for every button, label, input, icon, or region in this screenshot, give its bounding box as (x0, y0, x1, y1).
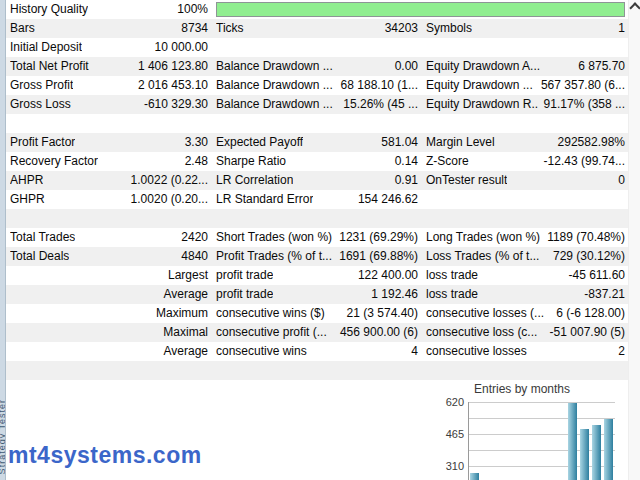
table-cell: Recovery Factor2.48 (6, 152, 212, 171)
table-cell: Total Trades2420 (6, 228, 212, 247)
separator-row (6, 361, 629, 380)
cell-value: 68 188.10 (1... (335, 76, 418, 95)
table-cell: Ticks34203 (212, 19, 422, 38)
cell-label: Short Trades (won %) (216, 228, 332, 247)
table-cell: Sharpe Ratio0.14 (212, 152, 422, 171)
table-row: Averageprofit trade1 192.46loss trade-83… (6, 285, 629, 304)
cell-value: 10 000.00 (149, 38, 208, 57)
table-cell: Equity Drawdown ...567 357.80 (6... (422, 76, 629, 95)
cell-value (619, 190, 625, 209)
cell-label: Total Trades (10, 228, 75, 247)
cell-value: 581.04 (375, 133, 418, 152)
cell-value: 122 400.00 (352, 266, 418, 285)
cell-value: -12.43 (99.74... (538, 152, 625, 171)
cell-value: 292582.98% (552, 133, 625, 152)
cell-value: 6 875.70 (572, 57, 625, 76)
cell-value (619, 38, 625, 57)
cell-value: 3.30 (179, 133, 208, 152)
cell-value: 1691 (69.88%) (333, 247, 418, 266)
cell-label: Total Deals (10, 247, 69, 266)
table-cell: OnTester result0 (422, 171, 629, 190)
cell-label: Initial Deposit (10, 38, 82, 57)
table-row: GHPR1.0020 (0.20...LR Standard Error154 … (6, 190, 629, 209)
chart-ytick-label: 465 (440, 429, 464, 440)
vertical-scrollbar[interactable] (628, 0, 640, 480)
table-row: Total Trades2420Short Trades (won %)1231… (6, 228, 629, 247)
table-cell: Balance Drawdown ...68 188.10 (1... (212, 76, 422, 95)
cell-value: -610 329.30 (138, 95, 208, 114)
progress-cell (212, 0, 629, 19)
cell-value: 729 (30.12%) (547, 247, 625, 266)
cell-label: profit trade (216, 266, 273, 285)
cell-label: Balance Drawdown ... (216, 76, 333, 95)
chart-ytick-label: 310 (440, 461, 464, 472)
cell-value: Average (158, 285, 208, 304)
table-cell: Balance Drawdown ...15.26% (45 ... (212, 95, 422, 114)
cell-label: Ticks (216, 19, 244, 38)
cell-label: Total Net Profit (10, 57, 89, 76)
table-row: Initial Deposit10 000.00 (6, 38, 629, 57)
cell-label: Profit Factor (10, 133, 75, 152)
cell-label: LR Correlation (216, 171, 293, 190)
cell-value: 15.26% (45 ... (337, 95, 418, 114)
cell-label: Long Trades (won %) (426, 228, 540, 247)
strategy-tester-tab-label[interactable]: Strategy Tester (0, 399, 6, 474)
cell-label: Recovery Factor (10, 152, 98, 171)
cell-value: 456 900.00 (6) (334, 323, 418, 342)
watermark-text: mt4systems.com (8, 442, 202, 469)
table-cell: LR Standard Error154 246.62 (212, 190, 422, 209)
table-cell: consecutive loss (c...-51 007.90 (5) (422, 323, 629, 342)
table-cell (422, 190, 629, 209)
separator-row (6, 209, 629, 228)
table-cell: consecutive wins4 (212, 342, 422, 361)
cell-value: 2 016 453.10 (132, 76, 208, 95)
table-cell: Total Net Profit1 406 123.80 (6, 57, 212, 76)
table-cell: Equity Drawdown A...6 875.70 (422, 57, 629, 76)
table-cell: Expected Payoff581.04 (212, 133, 422, 152)
cell-value: -837.21 (578, 285, 625, 304)
table-row: Largestprofit trade122 400.00loss trade-… (6, 266, 629, 285)
table-cell: loss trade-45 611.60 (422, 266, 629, 285)
table-cell: Maximum (6, 304, 212, 323)
cell-label: Gross Loss (10, 95, 71, 114)
cell-label: loss trade (426, 285, 478, 304)
table-cell: Profit Trades (% of t...1691 (69.88%) (212, 247, 422, 266)
chart-gridline (468, 418, 615, 419)
cell-value: 2 (612, 342, 625, 361)
cell-label: Gross Profit (10, 76, 73, 95)
history-quality-progressbar (216, 2, 625, 17)
table-cell: Largest (6, 266, 212, 285)
table-cell: profit trade122 400.00 (212, 266, 422, 285)
chevron-up-icon (629, 2, 640, 13)
table-cell: Short Trades (won %)1231 (69.29%) (212, 228, 422, 247)
table-cell: Balance Drawdown ...0.00 (212, 57, 422, 76)
table-row: Profit Factor3.30Expected Payoff581.04Ma… (6, 133, 629, 152)
scroll-up-button[interactable] (629, 4, 640, 18)
cell-value: 1.0020 (0.20... (125, 190, 208, 209)
cell-label: Profit Trades (% of t... (216, 247, 332, 266)
table-cell: History Quality100% (6, 0, 212, 19)
cell-value: 1189 (70.48%) (541, 228, 625, 247)
cell-value: 0.14 (389, 152, 418, 171)
table-cell: loss trade-837.21 (422, 285, 629, 304)
table-cell: Gross Profit2 016 453.10 (6, 76, 212, 95)
cell-label: Equity Drawdown R... (426, 95, 538, 114)
cell-value: 0.91 (389, 171, 418, 190)
table-cell: Long Trades (won %)1189 (70.48%) (422, 228, 629, 247)
cell-value: 4 (405, 342, 418, 361)
table-cell: Equity Drawdown R...91.17% (358 ... (422, 95, 629, 114)
table-cell: Maximal (6, 323, 212, 342)
cell-label: Z-Score (426, 152, 469, 171)
cell-label: Margin Level (426, 133, 495, 152)
cell-value: 1 (612, 19, 625, 38)
cell-label: AHPR (10, 171, 43, 190)
cell-value: 21 (3 574.40) (341, 304, 418, 323)
cell-value: Average (158, 342, 208, 361)
cell-label: consecutive wins ($) (216, 304, 325, 323)
table-cell: Bars8734 (6, 19, 212, 38)
chart-bar (470, 473, 479, 480)
cell-value: 1 192.46 (365, 285, 418, 304)
table-row: Total Deals4840Profit Trades (% of t...1… (6, 247, 629, 266)
table-cell: Initial Deposit10 000.00 (6, 38, 212, 57)
chart-bar (580, 429, 589, 480)
